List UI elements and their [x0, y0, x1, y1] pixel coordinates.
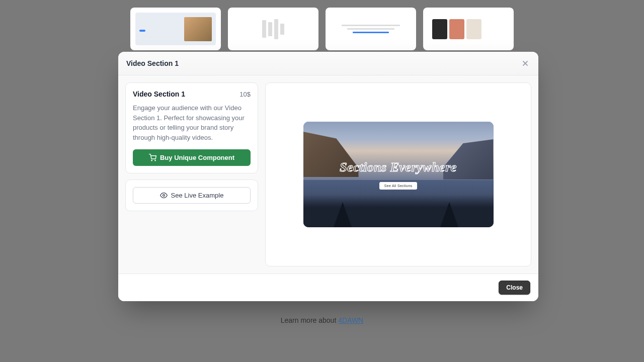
product-title: Video Section 1 — [133, 90, 185, 98]
modal-dialog: Video Section 1 Video Section 1 10$ Enga… — [118, 52, 538, 301]
eye-icon — [160, 192, 168, 199]
product-description: Engage your audience with our Video Sect… — [133, 103, 251, 142]
see-live-label: See Live Example — [171, 192, 224, 199]
modal-overlay: Video Section 1 Video Section 1 10$ Enga… — [0, 0, 644, 362]
preview-hero-text: Sections Everywhere — [340, 160, 457, 175]
modal-title: Video Section 1 — [126, 59, 179, 67]
modal-footer: Close — [118, 274, 538, 301]
modal-header: Video Section 1 — [118, 52, 538, 75]
see-live-button[interactable]: See Live Example — [133, 187, 251, 204]
svg-point-2 — [151, 160, 152, 161]
cart-icon — [149, 154, 156, 161]
buy-button[interactable]: Buy Unique Component — [133, 149, 251, 166]
svg-point-4 — [163, 195, 165, 197]
svg-point-3 — [155, 160, 155, 161]
preview-panel: Sections Everywhere See All Sections — [265, 82, 531, 266]
preview-cta-button: See All Sections — [379, 182, 417, 190]
close-icon-button[interactable] — [520, 58, 530, 68]
x-icon — [522, 60, 529, 67]
modal-body: Video Section 1 10$ Engage your audience… — [118, 75, 538, 274]
see-live-card: See Live Example — [125, 179, 258, 211]
preview-image: Sections Everywhere See All Sections — [303, 122, 494, 227]
left-column: Video Section 1 10$ Engage your audience… — [125, 82, 258, 266]
close-button[interactable]: Close — [499, 281, 530, 295]
buy-button-label: Buy Unique Component — [160, 154, 234, 161]
product-price: 10$ — [239, 90, 251, 98]
product-card: Video Section 1 10$ Engage your audience… — [125, 82, 258, 173]
